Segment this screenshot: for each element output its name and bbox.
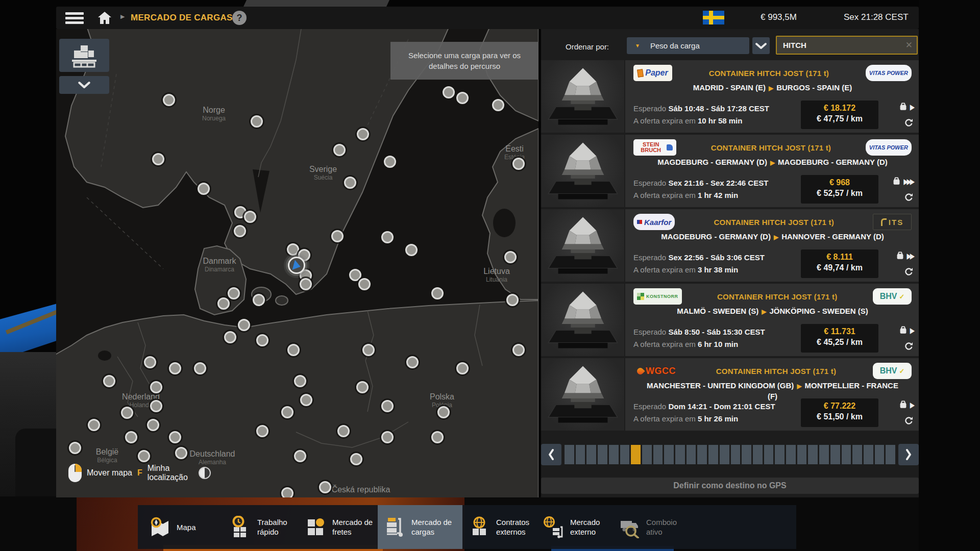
city-dot[interactable] bbox=[506, 294, 519, 306]
nav-item-comboio-ativo[interactable]: Comboio ativo bbox=[612, 505, 699, 549]
city-dot[interactable] bbox=[256, 334, 268, 346]
city-dot[interactable] bbox=[253, 294, 265, 306]
page-block[interactable] bbox=[852, 445, 862, 464]
city-dot[interactable] bbox=[456, 362, 469, 374]
sort-dropdown[interactable]: ▼ Peso da carga bbox=[627, 37, 749, 54]
city-dot[interactable] bbox=[350, 453, 362, 465]
page-block[interactable] bbox=[675, 445, 685, 464]
city-dot[interactable] bbox=[150, 381, 162, 393]
page-block[interactable] bbox=[753, 445, 763, 464]
page-block[interactable] bbox=[576, 445, 585, 464]
city-dot[interactable] bbox=[103, 375, 115, 387]
city-dot[interactable] bbox=[287, 344, 300, 356]
next-page-button[interactable] bbox=[898, 444, 919, 465]
city-dot[interactable] bbox=[300, 278, 312, 290]
previous-page-button[interactable] bbox=[541, 444, 561, 465]
city-dot[interactable] bbox=[234, 225, 246, 237]
page-block[interactable] bbox=[565, 445, 574, 464]
cargo-offer-row[interactable]: WGCC CONTAINER HITCH JOST (171 t) BHV MA… bbox=[541, 358, 919, 431]
page-block[interactable] bbox=[797, 445, 807, 464]
city-dot[interactable] bbox=[300, 394, 312, 406]
page-block[interactable] bbox=[786, 445, 796, 464]
cargo-offer-row[interactable]: Paper CONTAINER HITCH JOST (171 t) VITAS… bbox=[541, 60, 919, 133]
city-dot[interactable] bbox=[405, 244, 418, 256]
page-block[interactable] bbox=[886, 445, 895, 464]
city-dot[interactable] bbox=[492, 99, 504, 111]
city-dot[interactable] bbox=[384, 156, 396, 168]
city-dot[interactable] bbox=[224, 331, 236, 343]
page-block[interactable] bbox=[764, 445, 774, 464]
city-dot[interactable] bbox=[456, 92, 469, 104]
page-block[interactable] bbox=[598, 445, 607, 464]
city-dot[interactable] bbox=[431, 431, 444, 443]
clear-search-icon[interactable]: ✕ bbox=[905, 40, 913, 51]
city-dot[interactable] bbox=[333, 144, 346, 156]
city-dot[interactable] bbox=[381, 400, 394, 412]
city-dot[interactable] bbox=[251, 115, 263, 128]
city-dot[interactable] bbox=[319, 481, 331, 493]
page-block[interactable] bbox=[642, 445, 652, 464]
city-dot[interactable] bbox=[69, 442, 81, 454]
city-dot[interactable] bbox=[169, 431, 181, 443]
city-dot[interactable] bbox=[152, 153, 164, 165]
help-icon[interactable]: ? bbox=[232, 11, 247, 25]
cargo-offer-row[interactable]: STEIN BRUCH CONTAINER HITCH JOST (171 t)… bbox=[541, 135, 919, 207]
nav-item-mapa[interactable]: Mapa bbox=[143, 505, 230, 549]
cargo-offer-row[interactable]: KONSTNORR CONTAINER HITCH JOST (171 t) B… bbox=[541, 284, 919, 356]
city-dot[interactable] bbox=[163, 94, 175, 106]
page-block[interactable] bbox=[653, 445, 663, 464]
city-dot[interactable] bbox=[194, 362, 206, 374]
city-dot[interactable] bbox=[406, 356, 419, 368]
page-block[interactable] bbox=[842, 445, 851, 464]
page-block[interactable] bbox=[697, 445, 707, 464]
city-dot[interactable] bbox=[381, 431, 394, 443]
page-block[interactable] bbox=[687, 445, 696, 464]
city-dot[interactable] bbox=[125, 431, 137, 443]
page-block[interactable] bbox=[664, 445, 674, 464]
city-dot[interactable] bbox=[138, 450, 150, 462]
city-dot[interactable] bbox=[281, 487, 293, 497]
nav-item-mercado-de-fretes[interactable]: Mercado de fretes bbox=[299, 505, 385, 549]
city-dot[interactable] bbox=[344, 177, 356, 189]
page-block[interactable] bbox=[731, 445, 741, 464]
city-dot[interactable] bbox=[198, 183, 210, 195]
city-dot[interactable] bbox=[294, 375, 306, 387]
nav-item-mercado-externo[interactable]: Mercado externo bbox=[536, 505, 623, 549]
cargo-list-toggle-button[interactable] bbox=[59, 39, 109, 72]
collapse-panel-button[interactable] bbox=[59, 76, 109, 94]
city-dot[interactable] bbox=[437, 406, 450, 418]
page-block[interactable] bbox=[609, 445, 619, 464]
search-input[interactable] bbox=[777, 37, 917, 54]
city-dot[interactable] bbox=[150, 400, 162, 412]
city-dot[interactable] bbox=[349, 269, 361, 281]
city-dot[interactable] bbox=[121, 407, 133, 419]
set-gps-destination-button[interactable]: Definir como destino no GPS bbox=[541, 478, 919, 494]
page-block[interactable] bbox=[875, 445, 885, 464]
city-dot[interactable] bbox=[175, 447, 187, 459]
city-dot[interactable] bbox=[147, 419, 159, 431]
page-block[interactable] bbox=[808, 445, 818, 464]
city-dot[interactable] bbox=[504, 251, 517, 263]
city-dot[interactable] bbox=[357, 128, 369, 140]
page-block[interactable] bbox=[775, 445, 785, 464]
page-block[interactable] bbox=[830, 445, 840, 464]
city-dot[interactable] bbox=[337, 425, 350, 437]
page-block[interactable] bbox=[720, 445, 729, 464]
city-dot[interactable] bbox=[256, 425, 268, 437]
nav-item-mercado-de-cargas[interactable]: Mercado de cargas bbox=[378, 505, 462, 549]
city-dot[interactable] bbox=[356, 381, 369, 393]
city-dot[interactable] bbox=[228, 287, 240, 299]
city-dot[interactable] bbox=[443, 86, 455, 98]
city-dot[interactable] bbox=[88, 419, 100, 431]
city-dot[interactable] bbox=[512, 344, 525, 356]
city-dot[interactable] bbox=[281, 406, 293, 418]
home-icon[interactable] bbox=[97, 11, 112, 25]
page-block[interactable] bbox=[620, 445, 630, 464]
city-dot[interactable] bbox=[217, 297, 230, 310]
city-dot[interactable] bbox=[512, 158, 525, 170]
city-dot[interactable] bbox=[294, 450, 306, 462]
map-mode-toggle-icon[interactable] bbox=[199, 467, 211, 479]
city-dot[interactable] bbox=[144, 356, 156, 368]
sort-expand-button[interactable] bbox=[752, 37, 770, 54]
page-block[interactable] bbox=[742, 445, 751, 464]
